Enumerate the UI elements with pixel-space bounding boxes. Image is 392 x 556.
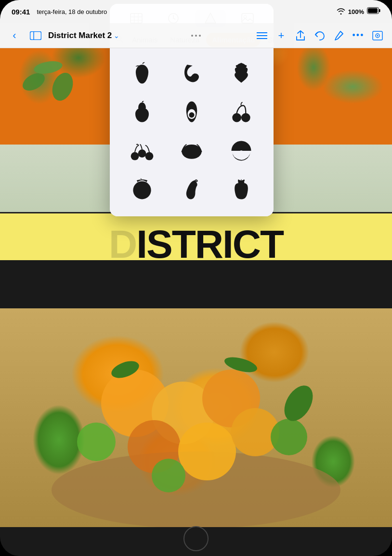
food-orange-slice[interactable] <box>216 132 266 170</box>
food-cherry[interactable] <box>216 93 266 132</box>
food-olives[interactable] <box>118 132 167 170</box>
wifi-icon <box>337 8 345 16</box>
food-avocado[interactable] <box>167 93 217 132</box>
status-left: 09:41 terça-feira, 18 de outubro <box>12 8 107 16</box>
status-right: 100% <box>337 7 380 16</box>
svg-rect-2 <box>368 8 378 13</box>
food-lemon[interactable] <box>167 132 217 170</box>
svg-point-38 <box>189 112 194 118</box>
sidebar-button[interactable] <box>27 27 44 44</box>
undo-button[interactable] <box>311 27 328 44</box>
food-tomato[interactable] <box>118 170 167 209</box>
dot-1 <box>191 35 193 37</box>
status-date: terça-feira, 18 de outubro <box>37 8 107 15</box>
svg-point-41 <box>131 152 139 160</box>
svg-rect-3 <box>30 31 41 40</box>
svg-point-50 <box>133 181 151 199</box>
svg-point-39 <box>232 113 241 122</box>
battery-icon <box>367 7 380 16</box>
view-button[interactable] <box>369 27 386 44</box>
add-button[interactable]: + <box>273 27 290 44</box>
more-button[interactable]: ••• <box>350 27 367 44</box>
svg-rect-1 <box>379 9 380 12</box>
toolbar-right: + ••• <box>253 27 386 44</box>
dot-3 <box>199 35 201 37</box>
popup-overlay: Animais Natureza Alimentação Símbolos <box>0 0 392 556</box>
battery-percentage: 100% <box>348 8 364 15</box>
back-button[interactable]: ‹ <box>6 27 23 44</box>
food-hot-pepper[interactable] <box>167 170 217 209</box>
status-bar: 09:41 terça-feira, 18 de outubro 100% <box>0 0 392 23</box>
food-strawberry[interactable] <box>216 54 266 93</box>
toolbar-title: District Market 2 ⌄ <box>48 31 249 40</box>
status-time: 09:41 <box>12 8 30 16</box>
svg-point-10 <box>377 35 379 36</box>
share-button[interactable] <box>292 27 309 44</box>
document-title: District Market 2 <box>48 31 112 40</box>
markup-button[interactable] <box>330 27 348 44</box>
svg-point-43 <box>145 152 154 160</box>
svg-point-40 <box>241 113 250 122</box>
dot-2 <box>195 35 197 37</box>
ipad-frame: 09:41 terça-feira, 18 de outubro 100% <box>0 0 392 556</box>
food-bell-pepper[interactable] <box>216 170 266 209</box>
title-chevron: ⌄ <box>114 32 119 40</box>
list-button[interactable] <box>253 27 271 44</box>
food-banana[interactable] <box>167 54 217 93</box>
food-apple[interactable] <box>118 54 167 93</box>
food-icon-grid <box>110 51 274 216</box>
svg-point-44 <box>182 145 201 159</box>
svg-point-42 <box>138 149 146 158</box>
food-pear[interactable] <box>118 93 167 132</box>
toolbar: ‹ District Market 2 ⌄ <box>0 23 392 48</box>
toolbar-dots <box>191 35 201 37</box>
